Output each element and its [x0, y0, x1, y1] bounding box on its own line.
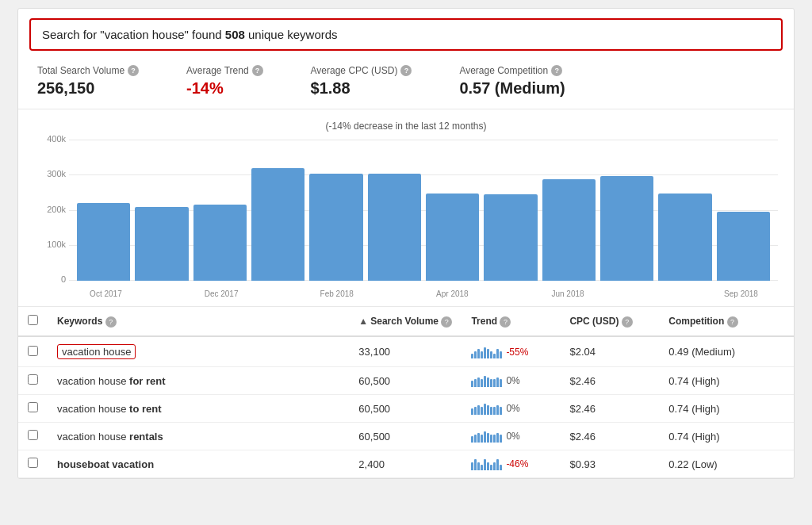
checkbox-1[interactable] — [28, 374, 38, 385]
stat-info-icon-0[interactable]: ? — [128, 65, 139, 76]
mini-bar-0-3 — [481, 351, 483, 358]
stat-value-1: -14% — [186, 79, 263, 98]
volume-info-icon[interactable]: ? — [441, 316, 452, 328]
mini-bar-2-3 — [481, 407, 483, 415]
x-label-slot-8: Jun 2018 — [539, 282, 597, 298]
stat-label-3: Average Competition ? — [459, 65, 565, 76]
competition-info-icon[interactable]: ? — [727, 316, 738, 328]
mini-bar-4-9 — [500, 465, 502, 470]
header-cpc: CPC (USD) ? — [560, 307, 659, 336]
bar-10 — [658, 194, 711, 281]
mini-bar-3-4 — [484, 431, 486, 443]
checkbox-3[interactable] — [28, 430, 38, 440]
row-checkbox-0 — [18, 336, 48, 367]
mini-bar-3-6 — [490, 435, 492, 443]
mini-bar-1-5 — [487, 377, 489, 387]
table-header-row: Keywords ? ▲Search Volume ? Trend ? CPC … — [18, 307, 794, 336]
select-all-checkbox[interactable] — [28, 315, 38, 325]
x-label-slot-4: Feb 2018 — [308, 282, 366, 298]
bar-group-11 — [717, 140, 770, 281]
stat-info-icon-2[interactable]: ? — [400, 65, 412, 76]
table-row: houseboat vacation2,400-46%$0.930.22 (Lo… — [18, 450, 794, 478]
mini-bar-4-0 — [471, 462, 473, 471]
mini-bar-1-9 — [500, 379, 502, 387]
x-label-slot-2: Dec 2017 — [193, 282, 251, 298]
header-trend: Trend ? — [462, 307, 560, 336]
y-label-4: 0 — [34, 274, 66, 284]
mini-bar-3-9 — [500, 435, 502, 443]
x-label-slot-1 — [135, 282, 193, 298]
header-volume-label: Search Volume — [370, 316, 439, 327]
mini-bar-4-6 — [490, 465, 492, 470]
mini-bar-1-3 — [481, 379, 483, 387]
keyword-cell-2: vacation house to rent — [48, 395, 349, 423]
cpc-cell-2: $2.46 — [560, 395, 659, 423]
competition-cell-1: 0.74 (High) — [659, 367, 794, 395]
header-keywords: Keywords ? — [48, 307, 349, 336]
keyword-count: 508 — [225, 28, 245, 41]
bar-group-7 — [484, 140, 537, 281]
checkbox-2[interactable] — [28, 402, 38, 412]
mini-bar-0-5 — [487, 349, 489, 358]
mini-bar-3-0 — [471, 436, 473, 443]
bar-4 — [309, 174, 362, 281]
table-row: vacation house33,100-55%$2.040.49 (Mediu… — [18, 336, 794, 367]
mini-bar-2-7 — [493, 407, 496, 415]
keyword-cell-4: houseboat vacation — [48, 450, 349, 478]
header-trend-label: Trend — [471, 316, 497, 327]
trend-pct-4: -46% — [506, 458, 528, 469]
cpc-cell-1: $2.46 — [560, 367, 659, 395]
bars-container — [69, 140, 778, 281]
bar-group-8 — [542, 140, 596, 281]
table-section: Keywords ? ▲Search Volume ? Trend ? CPC … — [18, 307, 794, 478]
mini-bar-4-4 — [484, 459, 486, 470]
mini-bar-1-1 — [474, 379, 477, 387]
mini-bar-0-6 — [490, 351, 492, 358]
y-label-1: 300k — [34, 169, 66, 178]
stat-info-icon-1[interactable]: ? — [252, 65, 263, 76]
table-row: vacation house to rent60,5000%$2.460.74 … — [18, 395, 794, 423]
x-label-slot-5 — [366, 282, 423, 298]
mini-bar-4-8 — [496, 459, 499, 470]
stat-value-0: 256,150 — [37, 79, 139, 98]
row-checkbox-2 — [18, 395, 48, 423]
bar-11 — [717, 212, 770, 281]
mini-bar-3-2 — [477, 433, 480, 443]
cpc-info-icon[interactable]: ? — [622, 316, 633, 328]
mini-bars-2 — [471, 402, 502, 415]
stats-row: Total Search Volume ? 256,150 Average Tr… — [18, 59, 794, 109]
x-labels: Oct 2017Dec 2017Feb 2018Apr 2018Jun 2018… — [69, 282, 778, 298]
keywords-info-icon[interactable]: ? — [105, 316, 117, 328]
mini-bar-4-1 — [474, 459, 477, 470]
row-checkbox-4 — [18, 450, 48, 478]
bar-group-3 — [251, 140, 304, 281]
trend-info-icon[interactable]: ? — [500, 316, 511, 328]
search-header: Search for "vacation house" found 508 un… — [29, 18, 783, 51]
bar-group-6 — [426, 140, 479, 281]
trend-cell-1: 0% — [462, 367, 560, 395]
bar-9 — [600, 176, 653, 281]
checkbox-0[interactable] — [28, 346, 38, 356]
keyword-cell-3: vacation house rentals — [48, 423, 349, 450]
mini-bar-2-1 — [474, 407, 477, 415]
mini-bar-0-8 — [496, 349, 499, 358]
header-volume[interactable]: ▲Search Volume ? — [349, 307, 462, 336]
mini-bar-2-2 — [477, 405, 480, 415]
stat-info-icon-3[interactable]: ? — [551, 65, 562, 76]
volume-cell-1: 60,500 — [349, 367, 462, 395]
mini-bars-4 — [471, 458, 502, 470]
volume-cell-0: 33,100 — [349, 336, 462, 367]
trend-content-4: -46% — [471, 458, 550, 470]
keyword-cell-0: vacation house — [48, 336, 349, 367]
mini-bar-2-0 — [471, 408, 473, 415]
mini-bar-0-7 — [493, 354, 496, 358]
mini-bar-4-2 — [477, 462, 480, 471]
mini-bar-1-0 — [471, 381, 473, 387]
stat-block-0: Total Search Volume ? 256,150 — [37, 65, 139, 98]
x-label-slot-11: Sep 2018 — [712, 282, 770, 298]
mini-bars-1 — [471, 374, 502, 387]
row-checkbox-3 — [18, 423, 48, 450]
chart-title: (-14% decrease in the last 12 months) — [34, 121, 778, 132]
checkbox-4[interactable] — [28, 458, 38, 468]
volume-cell-3: 60,500 — [349, 423, 462, 450]
